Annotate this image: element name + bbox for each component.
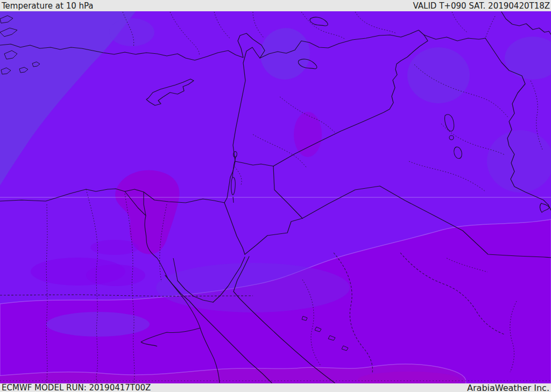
fill-cool-blob-upper-egypt bbox=[46, 312, 150, 337]
weather-map-canvas bbox=[0, 0, 551, 392]
model-run-label: ECMWF MODEL RUN: 20190417T00Z bbox=[2, 383, 151, 392]
fill-magenta-patch-syria bbox=[294, 112, 322, 157]
fill-magenta-patch-egypt-mid bbox=[86, 265, 145, 286]
valid-time-label: VALID T+090 SAT. 20190420T18Z bbox=[413, 1, 550, 11]
fill-cool-band-sinai bbox=[156, 263, 350, 312]
fill-cold-patch-right-mid bbox=[487, 130, 551, 193]
map-title: Temperature at 10 hPa bbox=[2, 1, 94, 11]
brand-label: ArabiaWeather Inc. bbox=[467, 383, 549, 392]
fill-cold-patch-northeast bbox=[407, 47, 470, 103]
footer-bar: ECMWF MODEL RUN: 20190417T00Z ArabiaWeat… bbox=[0, 383, 551, 392]
header-bar: Temperature at 10 hPa VALID T+090 SAT. 2… bbox=[0, 0, 551, 11]
